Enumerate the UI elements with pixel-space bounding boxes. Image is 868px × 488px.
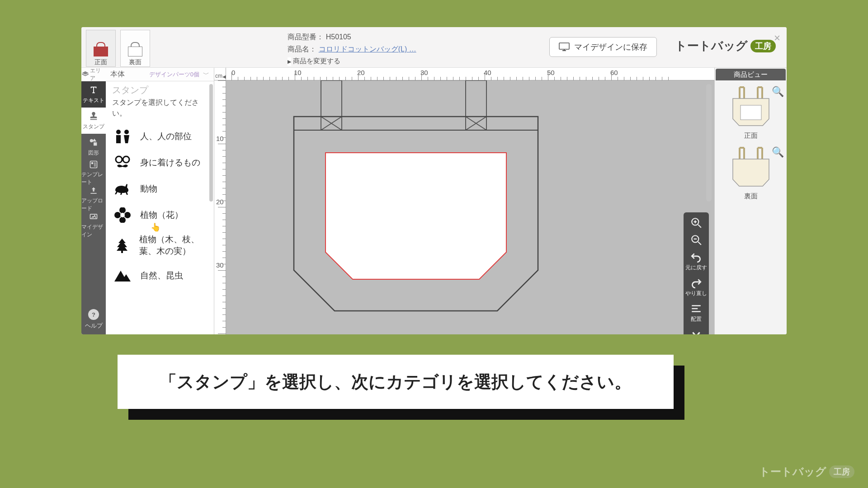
header: × 正面 裏面 商品型番： H50105 商品名： コロリドコットンバッグ(L)…: [81, 27, 787, 68]
body: エリア テキスト スタンプ 図形 テンプレート アップロード: [81, 68, 787, 334]
chevron-down-icon: [690, 328, 702, 334]
text-icon: [89, 85, 99, 95]
stamp-category-list: 人、人の部位 身に着けるもの 動物 植物（花） 植物（木、枝、葉、木の実）: [106, 123, 214, 334]
stamp-panel-title: スタンプ: [106, 81, 214, 97]
upload-icon: [89, 186, 99, 195]
caption-text: 「スタンプ」を選択し、次にカテゴリを選択してください。: [118, 355, 674, 409]
bag-thumb-front: [726, 85, 776, 130]
redo-button[interactable]: やり直し: [684, 275, 709, 299]
svg-point-11: [116, 156, 122, 163]
svg-point-16: [119, 217, 126, 223]
svg-rect-8: [90, 214, 97, 219]
pv-back-label: 裏面: [718, 192, 783, 201]
tab-front[interactable]: 正面: [86, 30, 116, 67]
help-icon: ?: [88, 309, 99, 320]
product-code: H50105: [326, 33, 351, 41]
stamp-panel-subtitle: スタンプを選択してください。: [106, 97, 214, 123]
undo-icon: [690, 251, 702, 263]
ruler-horizontal: 0 10 20 30 40 50 60: [226, 68, 714, 80]
face-tabs: 正面 裏面: [81, 27, 155, 67]
tool-template[interactable]: テンプレート: [81, 160, 106, 186]
canvas-scrollbar[interactable]: [706, 84, 712, 202]
svg-line-34: [698, 242, 701, 245]
svg-rect-6: [91, 162, 93, 164]
stamp-cat-flower[interactable]: 植物（花）: [106, 202, 214, 228]
bag-thumb-back: [726, 145, 776, 191]
area-cap[interactable]: エリア: [81, 68, 106, 81]
stamp-cat-people[interactable]: 人、人の部位: [106, 123, 214, 150]
svg-point-18: [124, 212, 131, 218]
save-mydesign-button[interactable]: マイデザインに保存: [549, 37, 657, 57]
ruler-unit: cm◀: [214, 68, 226, 80]
glasses-mustache-icon: [113, 155, 132, 170]
mountain-icon: [113, 268, 132, 283]
ruler-vertical: 10 20 30: [214, 80, 226, 334]
product-view-title: 商品ビュー: [716, 69, 786, 80]
mydesign-icon: [89, 212, 99, 221]
svg-rect-21: [321, 80, 342, 130]
tab-back[interactable]: 裏面: [120, 30, 150, 67]
brand-logo: トートバッグ 工房: [675, 38, 776, 54]
tool-upload[interactable]: アップロード: [81, 186, 106, 212]
svg-point-10: [124, 130, 129, 134]
palette-expand-button[interactable]: [684, 327, 709, 334]
svg-rect-7: [94, 162, 96, 167]
tool-mydesign[interactable]: マイデザイン: [81, 212, 106, 239]
stamp-cat-nature[interactable]: 自然、昆虫: [106, 263, 214, 289]
product-code-label: 商品型番：: [288, 33, 324, 41]
bag-outline: [262, 80, 570, 324]
tool-text[interactable]: テキスト: [81, 81, 106, 108]
stamp-panel: 本体 デザインパーツ0個 ﹀ スタンプ スタンプを選択してください。 人、人の部…: [106, 68, 214, 334]
stage[interactable]: [226, 80, 714, 334]
zoom-in-button[interactable]: [684, 215, 709, 230]
template-icon: [89, 160, 99, 169]
tab-back-label: 裏面: [129, 58, 142, 66]
tool-shape[interactable]: 図形: [81, 134, 106, 160]
svg-rect-24: [466, 80, 486, 130]
cat-icon: [113, 181, 132, 197]
redo-icon: [690, 277, 702, 289]
tree-icon: [113, 238, 131, 253]
stamp-cat-wear[interactable]: 身に着けるもの: [106, 150, 214, 176]
tab-front-label: 正面: [94, 58, 107, 66]
design-parts-count: デザインパーツ0個: [149, 70, 199, 79]
undo-button[interactable]: 元に戻す: [684, 249, 709, 273]
product-view-back[interactable]: 🔍 裏面: [715, 142, 787, 202]
svg-point-9: [116, 130, 121, 134]
svg-point-12: [123, 156, 129, 163]
people-icon: [113, 129, 132, 144]
flower-icon: [113, 207, 132, 223]
stamp-scrollbar[interactable]: [209, 84, 213, 202]
svg-point-15: [119, 207, 126, 213]
caption-block: 「スタンプ」を選択し、次にカテゴリを選択してください。: [118, 355, 674, 409]
svg-point-3: [90, 139, 93, 142]
product-name-link[interactable]: コロリドコットンバッグ(L) …: [319, 45, 416, 53]
svg-rect-39: [741, 105, 761, 120]
layers-icon: [81, 70, 89, 79]
app-window: × 正面 裏面 商品型番： H50105 商品名： コロリドコットンバッグ(L)…: [81, 27, 787, 334]
save-button-label: マイデザインに保存: [574, 42, 647, 52]
brand-pill: 工房: [750, 40, 776, 52]
svg-rect-0: [559, 43, 569, 49]
svg-rect-5: [90, 161, 97, 168]
stamp-cat-animal[interactable]: 動物: [106, 176, 214, 202]
svg-rect-4: [94, 142, 97, 145]
change-product-link[interactable]: 商品を変更する: [288, 55, 416, 67]
stamp-panel-top[interactable]: 本体 デザインパーツ0個 ﹀: [106, 68, 214, 81]
canvas-palette: 元に戻す やり直し 配置: [684, 212, 709, 334]
close-icon[interactable]: ×: [774, 32, 780, 44]
stamp-cat-tree[interactable]: 植物（木、枝、葉、木の実）: [106, 228, 214, 263]
tool-stamp[interactable]: スタンプ: [81, 108, 106, 134]
canvas[interactable]: cm◀ 0 10 20 30 40 50 60 10 20 30: [214, 68, 714, 334]
zoom-in-icon: [690, 217, 702, 229]
product-info: 商品型番： H50105 商品名： コロリドコットンバッグ(L) … 商品を変更…: [288, 27, 416, 67]
magnify-icon[interactable]: 🔍: [772, 146, 784, 158]
magnify-icon[interactable]: 🔍: [772, 86, 784, 98]
zoom-out-icon: [690, 234, 702, 246]
product-view-front[interactable]: 🔍 正面: [715, 81, 787, 142]
align-icon: [690, 303, 702, 314]
monitor-icon: [559, 42, 570, 52]
align-button[interactable]: 配置: [684, 301, 709, 325]
tool-help[interactable]: ? ヘルプ: [81, 309, 106, 330]
zoom-out-button[interactable]: [684, 232, 709, 248]
